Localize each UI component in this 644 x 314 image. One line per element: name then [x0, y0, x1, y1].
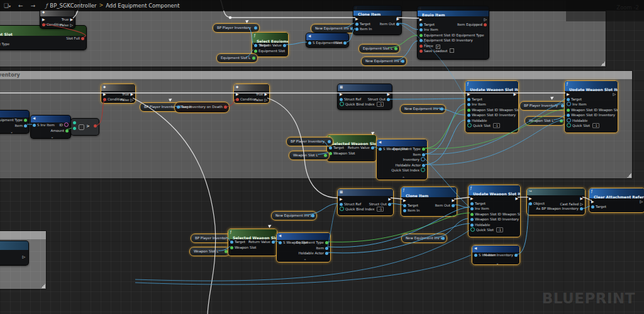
wire[interactable] — [425, 159, 470, 207]
wire[interactable] — [399, 23, 465, 98]
bookmark-icon[interactable]: ❏▾ — [4, 3, 11, 9]
wire[interactable] — [135, 230, 469, 281]
wire[interactable] — [425, 109, 465, 148]
wire[interactable] — [425, 104, 565, 154]
wire[interactable] — [227, 99, 235, 107]
wire[interactable] — [286, 42, 307, 45]
wire[interactable] — [318, 153, 328, 154]
wire[interactable] — [454, 205, 468, 207]
wire[interactable] — [390, 99, 465, 99]
wire[interactable] — [395, 41, 418, 60]
wire[interactable] — [517, 203, 529, 254]
wire[interactable] — [175, 106, 182, 107]
wire[interactable] — [425, 109, 565, 148]
wire[interactable] — [43, 24, 86, 37]
wire[interactable] — [96, 100, 104, 126]
wire[interactable] — [582, 206, 590, 208]
back-icon[interactable]: ← — [18, 3, 23, 9]
graph-breadcrumb-bar: ❏▾ ← → ƒ BP_SGKController > Add Equipmen… — [0, 0, 644, 11]
wire[interactable] — [425, 120, 465, 165]
wire[interactable] — [388, 35, 418, 48]
wire[interactable] — [345, 23, 354, 28]
wire[interactable] — [67, 128, 72, 129]
wire[interactable] — [425, 120, 565, 165]
function-icon: ƒ — [45, 3, 47, 9]
wire[interactable] — [246, 50, 253, 57]
blueprint-graph-canvas[interactable]: ventory ƒEquipment SlotEquipment Invento… — [0, 0, 644, 314]
reroute-node[interactable] — [229, 16, 231, 19]
wire[interactable] — [274, 241, 279, 242]
wire[interactable] — [582, 197, 592, 200]
wire[interactable] — [391, 198, 402, 199]
wire[interactable] — [218, 246, 230, 251]
wire[interactable] — [328, 207, 470, 247]
wire[interactable] — [454, 197, 470, 199]
wire[interactable] — [248, 27, 253, 45]
wire[interactable] — [347, 28, 355, 42]
wire[interactable] — [553, 115, 565, 120]
wire[interactable] — [374, 147, 378, 148]
wire[interactable] — [321, 141, 328, 147]
wire[interactable] — [399, 23, 418, 30]
wire[interactable] — [328, 203, 338, 247]
wire[interactable] — [267, 98, 338, 198]
breadcrumb-separator-icon: > — [99, 3, 103, 8]
forward-icon[interactable]: → — [31, 3, 36, 9]
wire[interactable] — [226, 237, 230, 241]
wire[interactable] — [135, 255, 471, 284]
wire[interactable] — [305, 203, 338, 215]
breadcrumb-page[interactable]: Add Equipment Component — [106, 3, 179, 9]
wire[interactable] — [328, 224, 470, 253]
breadcrumb-root[interactable]: BP_SGKController — [50, 3, 96, 9]
wire[interactable] — [397, 18, 419, 18]
wire[interactable] — [434, 108, 465, 115]
wire-layer — [0, 0, 644, 314]
wire[interactable] — [391, 203, 403, 205]
wire[interactable] — [133, 98, 216, 314]
